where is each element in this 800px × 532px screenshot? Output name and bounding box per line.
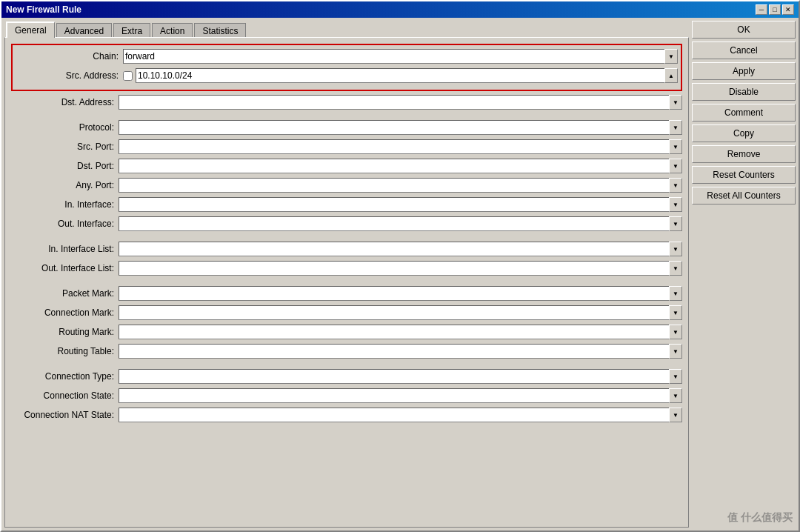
src-port-row: Src. Port: — [11, 139, 682, 155]
ok-button[interactable]: OK — [692, 21, 796, 39]
any-port-label: Any. Port: — [11, 180, 119, 190]
cancel-button[interactable]: Cancel — [692, 41, 796, 59]
connection-state-label: Connection State: — [11, 390, 119, 401]
dst-port-row: Dst. Port: — [11, 158, 682, 174]
connection-mark-row: Connection Mark: — [11, 305, 682, 321]
any-port-arrow — [673, 182, 679, 189]
connection-state-arrow — [673, 392, 679, 399]
in-interface-list-dropdown-btn[interactable] — [669, 242, 682, 256]
minimize-button[interactable]: ─ — [756, 4, 767, 15]
protocol-label: Protocol: — [11, 122, 119, 133]
out-interface-arrow — [673, 220, 679, 227]
in-interface-arrow — [673, 201, 679, 208]
connection-type-arrow — [673, 373, 679, 380]
reset-counters-button[interactable]: Reset Counters — [692, 166, 796, 184]
disable-button[interactable]: Disable — [692, 83, 796, 101]
dst-address-input[interactable] — [119, 95, 669, 110]
src-port-dropdown-btn[interactable] — [669, 139, 682, 154]
dst-port-dropdown-btn[interactable] — [669, 159, 682, 173]
routing-mark-dropdown-btn[interactable] — [669, 325, 682, 339]
src-address-row: Src. Address: — [16, 67, 678, 84]
connection-nat-state-arrow — [673, 411, 679, 419]
routing-mark-input[interactable] — [119, 325, 669, 339]
connection-type-row: Connection Type: — [11, 368, 682, 385]
any-port-dropdown-btn[interactable] — [669, 178, 682, 193]
close-button[interactable]: ✕ — [782, 4, 794, 15]
src-address-up-arrow — [668, 72, 674, 79]
in-interface-control — [119, 197, 682, 212]
packet-mark-row: Packet Mark: — [11, 285, 682, 302]
out-interface-input[interactable] — [119, 216, 669, 231]
maximize-button[interactable]: □ — [769, 4, 781, 15]
connection-type-input[interactable] — [119, 369, 669, 384]
routing-table-arrow — [673, 348, 679, 355]
out-interface-dropdown-btn[interactable] — [669, 216, 682, 231]
routing-mark-control — [119, 325, 682, 339]
src-address-checkbox[interactable] — [123, 71, 133, 81]
src-address-input[interactable] — [136, 68, 664, 83]
any-port-input[interactable] — [119, 178, 669, 193]
tab-general[interactable]: General — [6, 21, 55, 38]
chain-input[interactable] — [123, 49, 664, 64]
connection-type-dropdown-btn[interactable] — [669, 369, 682, 384]
connection-state-dropdown-btn[interactable] — [669, 388, 682, 403]
main-window: New Firewall Rule ─ □ ✕ General Advanced… — [0, 0, 800, 532]
routing-mark-label: Routing Mark: — [11, 327, 119, 337]
connection-mark-dropdown-btn[interactable] — [669, 305, 682, 320]
title-bar-buttons: ─ □ ✕ — [756, 4, 794, 15]
chain-dropdown-arrow — [668, 53, 674, 60]
chain-label: Chain: — [16, 51, 123, 61]
in-interface-list-label: In. Interface List: — [11, 244, 119, 254]
routing-table-dropdown-btn[interactable] — [669, 344, 682, 359]
connection-type-label: Connection Type: — [11, 371, 119, 382]
in-interface-label: In. Interface: — [11, 199, 119, 210]
connection-mark-input[interactable] — [119, 305, 669, 320]
routing-mark-row: Routing Mark: — [11, 324, 682, 340]
packet-mark-dropdown-btn[interactable] — [669, 286, 682, 301]
tab-bar: General Advanced Extra Action Statistics — [4, 21, 689, 37]
dst-address-dropdown-btn[interactable] — [669, 95, 682, 110]
in-interface-dropdown-btn[interactable] — [669, 197, 682, 212]
in-interface-list-input[interactable] — [119, 242, 669, 256]
packet-mark-arrow — [673, 290, 679, 297]
connection-state-input[interactable] — [119, 388, 669, 403]
src-address-control — [123, 68, 678, 83]
src-address-up-btn[interactable] — [664, 68, 678, 83]
dst-port-label: Dst. Port: — [11, 161, 119, 171]
connection-state-control — [119, 388, 682, 403]
protocol-control — [119, 120, 682, 135]
connection-nat-state-input[interactable] — [119, 408, 669, 422]
connection-nat-state-label: Connection NAT State: — [11, 410, 119, 420]
divider-4 — [11, 362, 682, 365]
copy-button[interactable]: Copy — [692, 124, 796, 142]
in-interface-list-row: In. Interface List: — [11, 241, 682, 257]
out-interface-label: Out. Interface: — [11, 219, 119, 229]
connection-nat-state-dropdown-btn[interactable] — [669, 408, 682, 422]
dst-address-label: Dst. Address: — [11, 97, 119, 107]
apply-button[interactable]: Apply — [692, 62, 796, 80]
src-port-input[interactable] — [119, 139, 669, 154]
protocol-dropdown-btn[interactable] — [669, 120, 682, 135]
divider-2 — [11, 235, 682, 238]
connection-type-control — [119, 369, 682, 384]
connection-mark-arrow — [673, 309, 679, 316]
in-interface-input[interactable] — [119, 197, 669, 212]
reset-all-counters-button[interactable]: Reset All Counters — [692, 187, 796, 205]
src-port-control — [119, 139, 682, 154]
routing-table-input[interactable] — [119, 344, 669, 359]
connection-mark-label: Connection Mark: — [11, 307, 119, 318]
connection-mark-control — [119, 305, 682, 320]
packet-mark-label: Packet Mark: — [11, 288, 119, 299]
comment-button[interactable]: Comment — [692, 104, 796, 122]
title-bar: New Firewall Rule ─ □ ✕ — [1, 1, 799, 18]
chain-dropdown-btn[interactable] — [664, 49, 678, 64]
out-interface-list-dropdown-btn[interactable] — [669, 261, 682, 276]
remove-button[interactable]: Remove — [692, 145, 796, 163]
dst-port-input[interactable] — [119, 159, 669, 173]
watermark: 值 什么值得买 — [727, 511, 793, 525]
packet-mark-input[interactable] — [119, 286, 669, 301]
protocol-input[interactable] — [119, 120, 669, 135]
out-interface-list-row: Out. Interface List: — [11, 260, 682, 276]
out-interface-list-input[interactable] — [119, 261, 669, 276]
protocol-arrow — [673, 124, 679, 131]
